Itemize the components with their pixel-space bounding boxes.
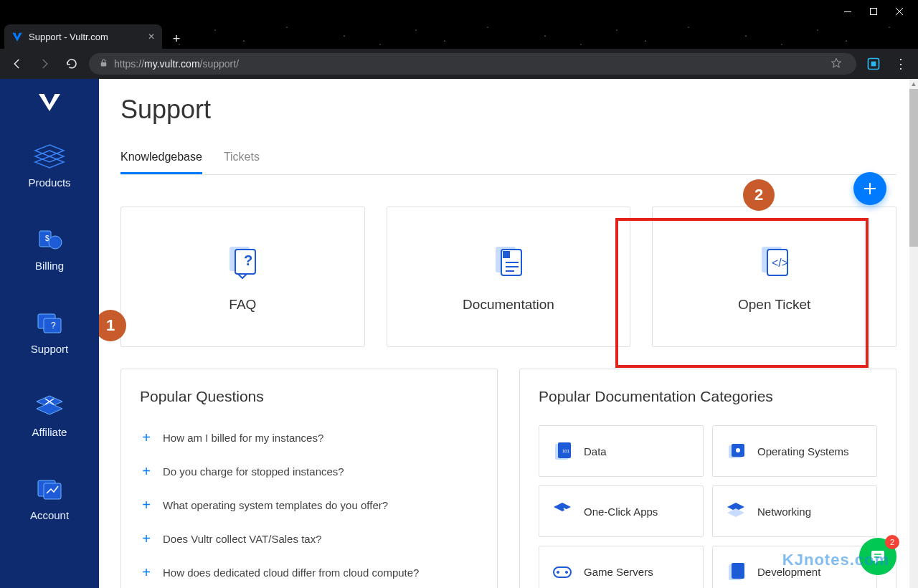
star-icon[interactable] — [831, 57, 842, 71]
browser-tab-strip: Support - Vultr.com ✕ + — [0, 23, 918, 49]
svg-rect-6 — [871, 62, 876, 67]
svg-point-37 — [565, 571, 568, 574]
chat-badge: 2 — [885, 535, 899, 549]
card-documentation[interactable]: Documentation — [387, 207, 631, 347]
two-column: Popular Questions +How am I billed for m… — [120, 369, 896, 588]
svg-rect-35 — [554, 567, 571, 577]
svg-text:?: ? — [244, 252, 252, 268]
gamepad-icon — [551, 560, 574, 583]
svg-text:101: 101 — [562, 449, 570, 453]
back-button[interactable] — [7, 54, 27, 74]
category-os[interactable]: Operating Systems — [712, 425, 877, 477]
plus-icon: + — [140, 463, 153, 480]
question-item[interactable]: +What operating system templates do you … — [140, 493, 478, 518]
browser-tab-title: Support - Vultr.com — [29, 32, 108, 42]
sidebar: Products $ Billing ? Support Affiliate A… — [0, 79, 99, 588]
category-grid: 101 Data Operating Systems One-Click App… — [539, 425, 877, 588]
tab-knowledgebase[interactable]: Knowledgebase — [120, 151, 202, 174]
svg-point-9 — [49, 236, 62, 249]
window-titlebar — [0, 0, 918, 23]
main-content: Support Knowledgebase Tickets ? FAQ Docu… — [99, 79, 918, 588]
category-data[interactable]: 101 Data — [539, 425, 704, 477]
window-close-button[interactable] — [886, 1, 912, 22]
development-icon — [724, 560, 747, 583]
data-icon: 101 — [551, 440, 574, 463]
sidebar-item-label: Billing — [35, 260, 64, 272]
window-minimize-button[interactable] — [835, 1, 861, 22]
url-text: https://my.vultr.com/support/ — [114, 58, 239, 70]
plus-icon: + — [140, 564, 153, 581]
popular-questions-panel: Popular Questions +How am I billed for m… — [120, 369, 498, 588]
question-item[interactable]: +Does Vultr collect VAT/Sales tax? — [140, 526, 478, 551]
plus-icon — [863, 181, 877, 196]
sidebar-item-label: Products — [28, 176, 70, 189]
question-item[interactable]: +How am I billed for my instances? — [140, 425, 478, 450]
category-networking[interactable]: Networking — [712, 485, 877, 537]
content-tabs: Knowledgebase Tickets — [120, 151, 896, 175]
lock-icon — [99, 58, 108, 70]
plus-icon: + — [140, 430, 153, 446]
card-open-ticket[interactable]: </> Open Ticket — [652, 207, 896, 347]
cube-stack-icon — [32, 143, 67, 171]
account-icon — [32, 476, 67, 503]
documentation-icon — [488, 241, 529, 281]
card-label: FAQ — [229, 297, 256, 313]
reload-button[interactable] — [62, 54, 82, 74]
billing-icon: $ — [32, 227, 67, 254]
browser-tab-active[interactable]: Support - Vultr.com ✕ — [4, 24, 162, 49]
sidebar-item-support[interactable]: ? Support — [14, 301, 85, 363]
svg-text:</>: </> — [772, 257, 788, 269]
page-title: Support — [120, 95, 896, 125]
question-list: +How am I billed for my instances? +Do y… — [140, 425, 478, 585]
support-icon: ? — [32, 310, 67, 337]
card-label: Open Ticket — [738, 297, 810, 313]
category-game-servers[interactable]: Game Servers — [539, 546, 704, 588]
chat-fab-button[interactable]: 2 — [859, 538, 896, 575]
category-oneclick[interactable]: One-Click Apps — [539, 485, 704, 537]
annotation-badge-2: 2 — [743, 179, 775, 211]
sidebar-item-products[interactable]: Products — [14, 135, 85, 196]
scroll-thumb[interactable] — [909, 89, 918, 247]
scrollbar[interactable]: ▲ — [909, 79, 918, 588]
panel-title: Popular Documentation Categories — [539, 388, 877, 405]
question-item[interactable]: +Do you charge for stopped instances? — [140, 459, 478, 484]
tab-close-icon[interactable]: ✕ — [148, 32, 155, 42]
vultr-favicon-icon — [11, 31, 23, 42]
vultr-logo-icon[interactable] — [37, 92, 62, 113]
svg-rect-39 — [732, 563, 744, 579]
plus-icon: + — [140, 531, 153, 547]
svg-rect-1 — [871, 9, 877, 15]
popular-doc-categories-panel: Popular Documentation Categories 101 Dat… — [519, 369, 896, 588]
svg-rect-42 — [871, 551, 884, 561]
sidebar-item-label: Support — [31, 343, 69, 355]
address-bar[interactable]: https://my.vultr.com/support/ — [89, 53, 856, 75]
forward-button[interactable] — [34, 54, 55, 74]
browser-menu-button[interactable]: ⋮ — [891, 54, 911, 74]
svg-rect-0 — [844, 11, 851, 12]
app-frame: Products $ Billing ? Support Affiliate A… — [0, 79, 918, 588]
scroll-up-arrow-icon[interactable]: ▲ — [909, 79, 918, 89]
sidebar-item-label: Account — [30, 509, 69, 521]
svg-rect-22 — [503, 251, 510, 258]
networking-icon — [724, 500, 747, 523]
panel-title: Popular Questions — [140, 388, 478, 405]
card-faq[interactable]: ? FAQ — [120, 207, 365, 347]
question-item[interactable]: +How does dedicated cloud differ from cl… — [140, 560, 478, 585]
category-development[interactable]: Development — [712, 546, 877, 588]
sidebar-item-label: Affiliate — [32, 426, 67, 438]
tab-tickets[interactable]: Tickets — [224, 151, 260, 174]
window-maximize-button[interactable] — [861, 1, 886, 22]
add-fab-button[interactable] — [853, 172, 886, 205]
card-label: Documentation — [463, 297, 554, 313]
sidebar-item-affiliate[interactable]: Affiliate — [14, 384, 85, 446]
sidebar-item-billing[interactable]: $ Billing — [14, 218, 85, 280]
extension-icon[interactable] — [863, 54, 884, 74]
browser-toolbar: https://my.vultr.com/support/ ⋮ — [0, 49, 918, 79]
sidebar-item-account[interactable]: Account — [14, 468, 85, 529]
apps-icon — [551, 500, 574, 523]
new-tab-button[interactable]: + — [166, 29, 186, 49]
chat-icon — [869, 548, 886, 565]
svg-rect-4 — [101, 62, 107, 66]
address-bar-actions — [831, 57, 846, 71]
os-icon — [724, 440, 747, 463]
